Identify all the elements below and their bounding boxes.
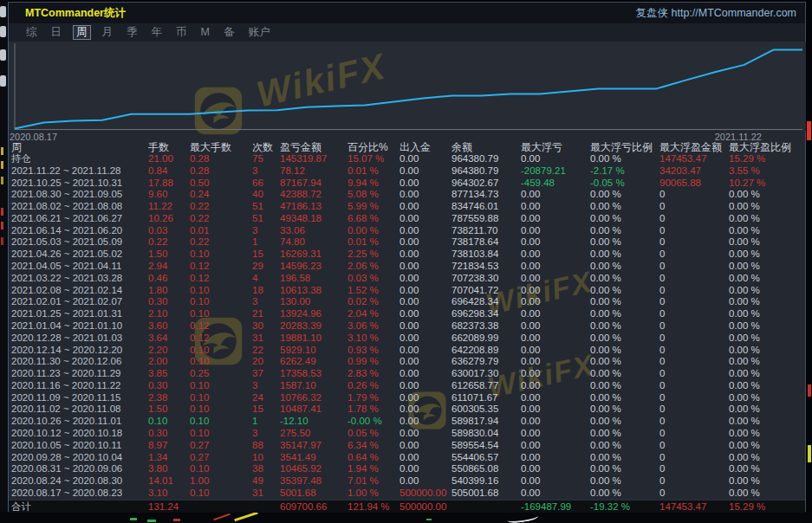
row-value: 130.00 xyxy=(280,296,348,308)
menu-item-备[interactable]: 备 xyxy=(221,26,237,39)
row-value: 0.00 xyxy=(521,225,590,237)
table-row[interactable]: 持仓21.000.2875145319.8715.07 %0.00964380.… xyxy=(9,153,805,165)
table-row[interactable]: 2021.01.04 ~ 2021.01.103.600.123020283.3… xyxy=(9,320,805,333)
row-value: 0.00 % xyxy=(729,356,805,368)
row-value: 10465.92 xyxy=(280,463,348,475)
row-value: 0.00 % xyxy=(590,308,659,320)
table-row[interactable]: 2021.10.25 ~ 2021.10.3117.880.506687167.… xyxy=(9,178,805,190)
row-value: 662089.99 xyxy=(451,333,521,345)
row-value: 0.00 xyxy=(521,333,590,345)
row-value: 0.00 xyxy=(521,201,590,213)
table-row[interactable]: 2021.08.30 ~ 2021.09.059.600.244042388.7… xyxy=(9,189,805,201)
menu-item-综[interactable]: 综 xyxy=(23,26,40,39)
table-body: 持仓21.000.2875145319.8715.07 %0.00964380.… xyxy=(9,153,805,500)
table-row[interactable]: 2021.05.03 ~ 2021.05.090.220.22174.800.0… xyxy=(9,236,805,249)
row-value: 0.00 % xyxy=(729,236,805,249)
row-value: 0.00 % xyxy=(729,440,805,452)
table-row[interactable]: 2020.10.12 ~ 2020.10.180.300.103275.500.… xyxy=(9,428,805,440)
column-header: 次数 xyxy=(252,141,280,153)
row-value: 611071.67 xyxy=(451,392,521,404)
table-row[interactable]: 2021.04.05 ~ 2021.04.112.940.122914596.2… xyxy=(9,261,805,273)
row-period: 2020.11.09 ~ 2020.11.15 xyxy=(11,392,148,404)
row-value: 540399.16 xyxy=(451,475,521,487)
menu-item-月[interactable]: 月 xyxy=(100,26,116,39)
row-value: 1 xyxy=(252,416,280,428)
row-value: 6262.49 xyxy=(280,356,348,368)
row-value: 21.00 xyxy=(148,153,190,165)
row-value: 0.00 xyxy=(521,345,590,357)
table-row[interactable]: 2021.02.08 ~ 2021.02.141.800.101810613.3… xyxy=(9,285,805,297)
menu-item-周[interactable]: 周 xyxy=(73,25,91,40)
row-value: 0.00 xyxy=(400,261,451,273)
row-value: 0.99 % xyxy=(348,356,400,368)
background-window-edge-left xyxy=(0,0,8,512)
table-row[interactable]: 2020.11.30 ~ 2020.12.062.000.10206262.49… xyxy=(9,356,805,368)
row-value: 74.80 xyxy=(280,236,348,249)
table-row[interactable]: 2021.06.14 ~ 2021.06.200.030.01333.060.0… xyxy=(9,225,805,237)
row-value: 0.00 xyxy=(400,368,451,380)
table-row[interactable]: 2021.04.26 ~ 2021.05.021.500.101516269.3… xyxy=(9,249,805,261)
menu-item-账户[interactable]: 账户 xyxy=(245,26,272,39)
table-row[interactable]: 2020.11.02 ~ 2020.11.081.500.101510487.4… xyxy=(9,404,805,416)
row-value: 0.03 xyxy=(148,225,190,237)
row-value: 51 xyxy=(252,201,280,213)
row-value: 87167.94 xyxy=(280,178,348,190)
row-value: 1.50 xyxy=(148,249,190,261)
row-value: 0.00 xyxy=(400,416,451,428)
menu-item-币[interactable]: 币 xyxy=(173,26,190,39)
menu-item-季[interactable]: 季 xyxy=(124,26,140,39)
row-value: 0 xyxy=(659,345,729,357)
menu-item-M[interactable]: M xyxy=(198,26,212,39)
row-value: 0.00 % xyxy=(729,225,805,237)
row-value: 0.12 xyxy=(190,261,252,273)
table-row[interactable]: 2020.09.28 ~ 2020.10.041.340.27103541.49… xyxy=(9,452,805,464)
table-row[interactable]: 2020.11.09 ~ 2020.11.152.380.102410766.3… xyxy=(9,392,805,404)
row-value: 0.10 xyxy=(190,392,252,404)
table-row[interactable]: 2020.10.26 ~ 2020.11.010.100.101-12.10-0… xyxy=(9,416,805,428)
table-row[interactable]: 2021.03.22 ~ 2021.03.280.460.124196.580.… xyxy=(9,273,805,285)
row-value: 3.60 xyxy=(148,320,190,333)
table-row[interactable]: 2021.06.21 ~ 2021.06.2710.260.225149348.… xyxy=(9,213,805,225)
row-value: 0.00 % xyxy=(729,392,805,404)
row-value: 3 xyxy=(252,428,280,440)
table-row[interactable]: 2020.08.24 ~ 2020.08.3014.011.004935397.… xyxy=(9,475,805,487)
menu-item-年[interactable]: 年 xyxy=(149,26,166,39)
table-row[interactable]: 2020.11.23 ~ 2020.11.293.850.253717358.5… xyxy=(9,368,805,380)
row-value: 1.78 % xyxy=(348,404,400,416)
brand-link[interactable]: 复盘侠 http://MTCommander.com xyxy=(636,6,805,21)
row-value: 0.00 % xyxy=(590,261,659,273)
row-value: 2.06 % xyxy=(348,261,400,273)
row-value: 2.04 % xyxy=(348,308,400,320)
row-value: 0.00 % xyxy=(590,475,659,487)
table-row[interactable]: 2021.02.01 ~ 2021.02.070.300.103130.000.… xyxy=(9,296,805,308)
row-value: -0.00 % xyxy=(348,416,400,428)
row-value: 3 xyxy=(252,165,280,178)
table-row[interactable]: 2021.01.25 ~ 2021.01.312.100.102113924.9… xyxy=(9,308,805,320)
table-row[interactable]: 2020.08.17 ~ 2020.08.233.100.10315001.68… xyxy=(9,487,805,500)
table-row[interactable]: 2020.10.05 ~ 2020.10.118.970.278835147.9… xyxy=(9,440,805,452)
row-value: 14.01 xyxy=(148,475,190,487)
row-value: 147453.47 xyxy=(659,500,729,513)
row-value: 609700.66 xyxy=(280,500,348,513)
row-value: 630017.30 xyxy=(451,368,521,380)
table-row[interactable]: 2020.08.31 ~ 2020.09.063.800.103810465.9… xyxy=(9,463,805,475)
row-value: 0 xyxy=(659,225,729,237)
row-value: 0.25 xyxy=(190,368,252,380)
row-value: 1587.10 xyxy=(280,380,348,392)
row-period: 2021.06.14 ~ 2021.06.20 xyxy=(11,225,148,237)
row-value: 14596.23 xyxy=(280,261,348,273)
menu-item-日[interactable]: 日 xyxy=(49,26,65,39)
table-row[interactable]: 2020.12.14 ~ 2020.12.202.200.10225929.10… xyxy=(9,345,805,357)
column-header: 手数 xyxy=(148,141,190,153)
row-value: 0.00 % xyxy=(729,320,805,333)
table-row[interactable]: 2020.12.28 ~ 2021.01.033.640.123119881.1… xyxy=(9,333,805,345)
row-value: 0.00 % xyxy=(729,404,805,416)
table-row[interactable]: 2021.11.22 ~ 2021.11.280.840.28378.120.0… xyxy=(9,165,805,178)
row-value: 0.00 % xyxy=(729,249,805,261)
row-period: 2021.08.30 ~ 2021.09.05 xyxy=(11,189,148,201)
background-window-edge-bottom xyxy=(0,512,812,523)
row-value: 0.22 xyxy=(190,236,252,249)
row-value: 0.00 xyxy=(400,428,451,440)
table-row[interactable]: 2021.08.02 ~ 2021.08.0811.220.225147186.… xyxy=(9,201,805,213)
table-row[interactable]: 2020.11.16 ~ 2020.11.220.300.1031587.100… xyxy=(9,380,805,392)
